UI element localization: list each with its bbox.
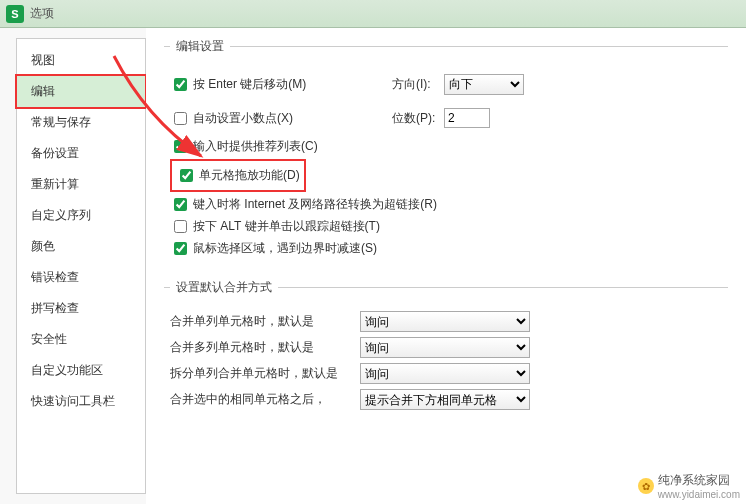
chk-internet-link-box[interactable]: [174, 198, 187, 211]
sidebar-item-spellcheck[interactable]: 拼写检查: [17, 293, 145, 324]
highlight-drag-option: 单元格拖放功能(D): [170, 159, 306, 192]
merge-default-group: 设置默认合并方式 合并单列单元格时，默认是 询问 合并多列单元格时，默认是 询问…: [164, 279, 728, 419]
sidebar-item-customseq[interactable]: 自定义序列: [17, 200, 145, 231]
chk-enter-move[interactable]: 按 Enter 键后移动(M): [170, 75, 370, 94]
sidebar-item-qat[interactable]: 快速访问工具栏: [17, 386, 145, 417]
sidebar: 视图 编辑 常规与保存 备份设置 重新计算 自定义序列 颜色 错误检查 拼写检查…: [16, 38, 146, 494]
decimal-places-label: 位数(P):: [392, 110, 444, 127]
chk-auto-decimal-box[interactable]: [174, 112, 187, 125]
chk-mouse-decel-label: 鼠标选择区域，遇到边界时减速(S): [193, 240, 377, 257]
sidebar-item-edit[interactable]: 编辑: [15, 74, 147, 109]
chk-mouse-decel[interactable]: 鼠标选择区域，遇到边界时减速(S): [170, 239, 728, 258]
merge-row-2-select[interactable]: 询问: [360, 363, 530, 384]
chk-auto-decimal-label: 自动设置小数点(X): [193, 110, 293, 127]
chk-recommend-list-label: 输入时提供推荐列表(C): [193, 138, 318, 155]
merge-row-2-label: 拆分单列合并单元格时，默认是: [170, 365, 360, 382]
sidebar-item-view[interactable]: 视图: [17, 45, 145, 76]
app-icon: S: [6, 5, 24, 23]
decimal-places-input[interactable]: [444, 108, 490, 128]
titlebar: S 选项: [0, 0, 746, 28]
main-area: 视图 编辑 常规与保存 备份设置 重新计算 自定义序列 颜色 错误检查 拼写检查…: [0, 28, 746, 504]
sidebar-item-errorcheck[interactable]: 错误检查: [17, 262, 145, 293]
direction-label: 方向(I):: [392, 76, 444, 93]
chk-cell-drag-label: 单元格拖放功能(D): [199, 167, 300, 184]
chk-mouse-decel-box[interactable]: [174, 242, 187, 255]
chk-enter-move-box[interactable]: [174, 78, 187, 91]
chk-auto-decimal[interactable]: 自动设置小数点(X): [170, 109, 370, 128]
chk-internet-link-label: 键入时将 Internet 及网络路径转换为超链接(R): [193, 196, 437, 213]
chk-alt-click-box[interactable]: [174, 220, 187, 233]
content-panel: 编辑设置 按 Enter 键后移动(M) 方向(I): 向下 自动设置小数点(X…: [146, 28, 746, 504]
merge-row-0-select[interactable]: 询问: [360, 311, 530, 332]
chk-cell-drag-box[interactable]: [180, 169, 193, 182]
direction-select[interactable]: 向下: [444, 74, 524, 95]
sidebar-item-backup[interactable]: 备份设置: [17, 138, 145, 169]
chk-recommend-list-box[interactable]: [174, 140, 187, 153]
merge-row-0-label: 合并单列单元格时，默认是: [170, 313, 360, 330]
watermark-icon: ✿: [638, 478, 654, 494]
merge-row-1-select[interactable]: 询问: [360, 337, 530, 358]
chk-cell-drag[interactable]: 单元格拖放功能(D): [176, 166, 300, 185]
merge-row-1-label: 合并多列单元格时，默认是: [170, 339, 360, 356]
watermark: ✿ 纯净系统家园 www.yidaimei.com: [638, 472, 740, 500]
sidebar-item-ribbon[interactable]: 自定义功能区: [17, 355, 145, 386]
merge-row-3-select[interactable]: 提示合并下方相同单元格: [360, 389, 530, 410]
chk-alt-click-label: 按下 ALT 键并单击以跟踪超链接(T): [193, 218, 380, 235]
sidebar-item-recalc[interactable]: 重新计算: [17, 169, 145, 200]
edit-settings-legend: 编辑设置: [170, 38, 230, 55]
watermark-url: www.yidaimei.com: [658, 489, 740, 500]
chk-alt-click[interactable]: 按下 ALT 键并单击以跟踪超链接(T): [170, 217, 728, 236]
chk-enter-move-label: 按 Enter 键后移动(M): [193, 76, 306, 93]
window-title: 选项: [30, 5, 54, 22]
chk-internet-link[interactable]: 键入时将 Internet 及网络路径转换为超链接(R): [170, 195, 728, 214]
watermark-text: 纯净系统家园: [658, 472, 740, 489]
sidebar-item-security[interactable]: 安全性: [17, 324, 145, 355]
sidebar-item-general[interactable]: 常规与保存: [17, 107, 145, 138]
sidebar-item-color[interactable]: 颜色: [17, 231, 145, 262]
merge-row-3-label: 合并选中的相同单元格之后，: [170, 391, 360, 408]
merge-default-legend: 设置默认合并方式: [170, 279, 278, 296]
edit-settings-group: 编辑设置 按 Enter 键后移动(M) 方向(I): 向下 自动设置小数点(X…: [164, 38, 728, 265]
chk-recommend-list[interactable]: 输入时提供推荐列表(C): [170, 137, 728, 156]
